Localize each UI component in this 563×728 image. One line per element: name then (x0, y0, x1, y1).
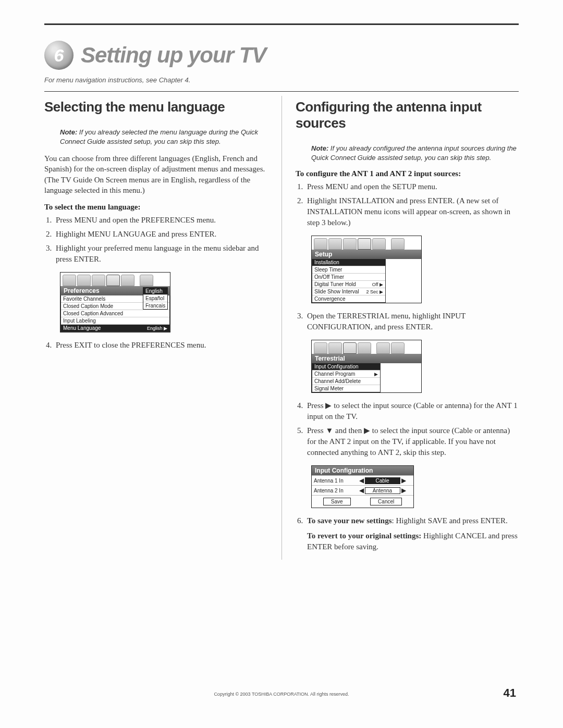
menu-row-label: Channel Add/Delete (314, 378, 361, 384)
left-column: Selecting the menu language Note: If you… (44, 96, 282, 560)
left-subhead: To select the menu language: (44, 203, 268, 212)
left-arrow-icon: ◀ (359, 477, 364, 484)
tab-icon (140, 275, 153, 286)
terrestrial-menu-title: Terrestrial (312, 354, 421, 363)
setup-menu-screenshot: Setup Installation Sleep Timer On/Off Ti… (311, 236, 422, 303)
step6-tail: : Highlight SAVE and press ENTER. (392, 516, 508, 525)
menu-tabs (60, 273, 170, 286)
tab-icon (391, 342, 405, 354)
top-rule (44, 23, 519, 25)
footer-copyright: Copyright © 2003 TOSHIBA CORPORATION. Al… (44, 692, 519, 697)
chapter-title: Setting up your TV (81, 43, 266, 68)
menu-row: Sleep Timer (312, 266, 385, 273)
tab-icon (343, 238, 357, 250)
right-step-4: Press ▶ to select the input source (Cabl… (305, 400, 519, 422)
tab-icon (328, 238, 342, 250)
note-label: Note: (311, 144, 328, 152)
menu-row: Signal Meter (312, 385, 380, 392)
right-arrow-icon: ▶ (401, 477, 406, 484)
right-step-6-text: To save your new settings: Highlight SAV… (305, 515, 519, 552)
cfg-row-label: Antenna 2 In (314, 488, 351, 493)
chapter-header: 6 Setting up your TV (44, 41, 519, 70)
tab-icon (121, 275, 134, 286)
popup-option: Francais (143, 302, 167, 309)
menu-row-highlighted: Menu Language English ▶ (61, 324, 169, 331)
right-heading: Configuring the antenna input sources (296, 99, 519, 131)
right-steps-4-5: Press ▶ to select the input source (Cabl… (305, 400, 519, 458)
right-step-3: Open the TERRESTRIAL menu, highlight INP… (305, 311, 519, 332)
tab-icon (328, 342, 342, 354)
right-note: Note: If you already configured the ante… (311, 144, 519, 162)
cfg-row-value: ◀ Cable ▶ (353, 477, 411, 484)
tab-icon (314, 238, 327, 250)
tab-icon-active (358, 238, 371, 250)
left-step-2: Highlight MENU LANGUAGE and press ENTER. (54, 229, 268, 240)
popup-option: Español (143, 294, 167, 302)
right-step-5: Press ▼ and then ▶ to select the input s… (305, 425, 519, 458)
menu-row-label: Favorite Channels (63, 296, 105, 302)
tab-icon (376, 342, 390, 354)
menu-row-label: Input Labeling (63, 318, 96, 324)
menu-tabs (312, 340, 421, 354)
menu-row-value: Off ▶ (372, 282, 383, 287)
terrestrial-menu-body: Input Configuration Channel Program▶ Cha… (312, 363, 381, 392)
left-arrow-icon: ◀ (359, 487, 364, 494)
tab-icon (372, 238, 386, 250)
menu-row-label: Installation (314, 260, 339, 265)
menu-row: Digital Tuner HoldOff ▶ (312, 280, 385, 288)
menu-row: Closed Caption Advanced (61, 310, 169, 317)
note-text: If you already configured the antenna in… (311, 144, 517, 162)
right-steps-1-2: Press MENU and open the SETUP menu. High… (305, 181, 519, 228)
revert-lead: To revert to your original settings: (307, 532, 421, 540)
menu-row-highlighted: Installation (312, 259, 385, 266)
tab-icon (63, 275, 76, 286)
footer-text: Copyright © 2003 TOSHIBA CORPORATION. Al… (214, 692, 349, 697)
menu-row: Convergence (312, 295, 385, 302)
cfg-value-box: Antenna (365, 487, 400, 494)
cfg-value-box: Cable (365, 477, 400, 484)
tab-icon (358, 342, 371, 354)
left-steps-1-3: Press MENU and open the PREFERENCES menu… (54, 215, 268, 265)
left-intro: You can choose from three different lang… (44, 153, 268, 195)
menu-row-label: Menu Language (63, 325, 101, 331)
cfg-row-value: ◀ Antenna ▶ (353, 487, 411, 494)
step6-lead: To save your new settings (307, 516, 392, 525)
left-step-4: Press EXIT to close the PREFERENCES menu… (54, 340, 268, 351)
nav-note: For menu navigation instructions, see Ch… (44, 76, 519, 84)
chapter-number: 6 (54, 45, 64, 66)
tab-icon (314, 342, 327, 354)
cancel-button: Cancel (370, 498, 402, 505)
right-step-3-text: Open the TERRESTRIAL menu, highlight INP… (305, 311, 519, 332)
cfg-row: Antenna 2 In ◀ Antenna ▶ (312, 485, 413, 495)
right-step-2: Highlight INSTALLATION and press ENTER. … (305, 195, 519, 228)
left-steps-4: Press EXIT to close the PREFERENCES menu… (54, 340, 268, 351)
input-config-title: Input Configuration (312, 466, 413, 475)
menu-row-label: Convergence (314, 296, 345, 302)
tab-icon-active (343, 342, 357, 354)
input-config-screenshot: Input Configuration Antenna 1 In ◀ Cable… (311, 465, 414, 508)
chapter-number-bubble: 6 (44, 41, 74, 70)
page-number: 41 (504, 686, 516, 700)
right-subhead: To configure the ANT 1 and ANT 2 input s… (296, 169, 519, 178)
cfg-row-label: Antenna 1 In (314, 478, 351, 484)
menu-row-label: On/Off Timer (314, 274, 344, 280)
save-button: Save (323, 498, 351, 505)
menu-row-label: Channel Program (314, 371, 355, 377)
menu-row: Input Labeling (61, 317, 169, 324)
tab-icon (77, 275, 91, 286)
cfg-row: Antenna 1 In ◀ Cable ▶ (312, 475, 413, 485)
left-step-3: Highlight your preferred menu language i… (54, 243, 268, 265)
divider (44, 91, 519, 92)
menu-row-label: Digital Tuner Hold (314, 281, 356, 287)
right-column: Configuring the antenna input sources No… (282, 96, 519, 560)
left-heading: Selecting the menu language (44, 99, 268, 115)
menu-row: Channel Program▶ (312, 370, 380, 377)
menu-row-label: Sleep Timer (314, 267, 342, 273)
two-column-layout: Selecting the menu language Note: If you… (44, 96, 519, 560)
setup-menu-title: Setup (312, 250, 421, 259)
popup-option-selected: English (143, 288, 167, 294)
menu-row-label: Signal Meter (314, 386, 344, 391)
page-content: 6 Setting up your TV For menu navigation… (44, 23, 519, 728)
menu-row: On/Off Timer (312, 273, 385, 280)
page: 6 Setting up your TV For menu navigation… (0, 0, 563, 728)
